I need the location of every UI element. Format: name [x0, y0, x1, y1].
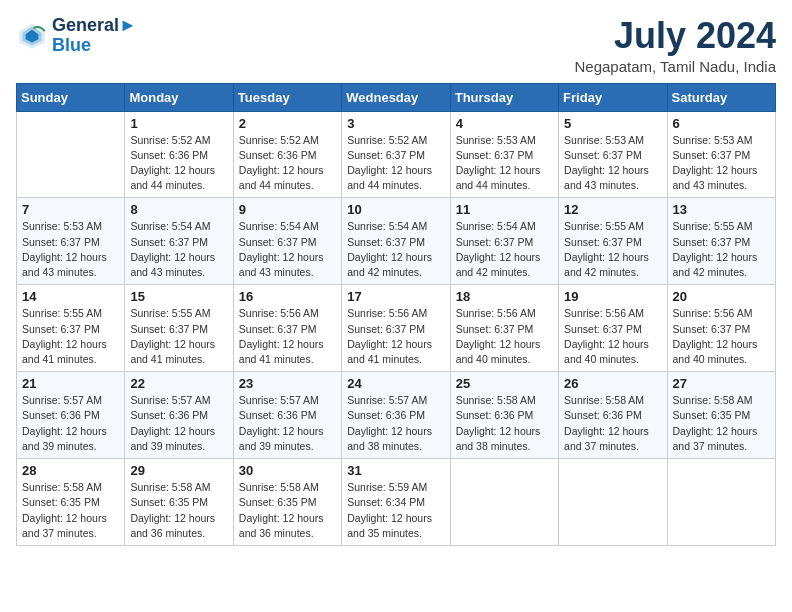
week-row-1: 1Sunrise: 5:52 AM Sunset: 6:36 PM Daylig… — [17, 111, 776, 198]
day-info: Sunrise: 5:57 AM Sunset: 6:36 PM Dayligh… — [22, 393, 119, 454]
day-info: Sunrise: 5:58 AM Sunset: 6:35 PM Dayligh… — [239, 480, 336, 541]
day-number: 13 — [673, 202, 770, 217]
calendar-cell: 3Sunrise: 5:52 AM Sunset: 6:37 PM Daylig… — [342, 111, 450, 198]
day-info: Sunrise: 5:56 AM Sunset: 6:37 PM Dayligh… — [456, 306, 553, 367]
day-number: 1 — [130, 116, 227, 131]
column-header-thursday: Thursday — [450, 83, 558, 111]
day-number: 19 — [564, 289, 661, 304]
calendar-cell: 31Sunrise: 5:59 AM Sunset: 6:34 PM Dayli… — [342, 459, 450, 546]
calendar-cell: 6Sunrise: 5:53 AM Sunset: 6:37 PM Daylig… — [667, 111, 775, 198]
day-info: Sunrise: 5:58 AM Sunset: 6:35 PM Dayligh… — [22, 480, 119, 541]
day-info: Sunrise: 5:58 AM Sunset: 6:35 PM Dayligh… — [673, 393, 770, 454]
day-info: Sunrise: 5:54 AM Sunset: 6:37 PM Dayligh… — [347, 219, 444, 280]
day-info: Sunrise: 5:58 AM Sunset: 6:35 PM Dayligh… — [130, 480, 227, 541]
day-number: 14 — [22, 289, 119, 304]
day-info: Sunrise: 5:54 AM Sunset: 6:37 PM Dayligh… — [239, 219, 336, 280]
day-info: Sunrise: 5:55 AM Sunset: 6:37 PM Dayligh… — [673, 219, 770, 280]
day-info: Sunrise: 5:53 AM Sunset: 6:37 PM Dayligh… — [22, 219, 119, 280]
calendar-cell: 21Sunrise: 5:57 AM Sunset: 6:36 PM Dayli… — [17, 372, 125, 459]
calendar-cell: 23Sunrise: 5:57 AM Sunset: 6:36 PM Dayli… — [233, 372, 341, 459]
day-info: Sunrise: 5:57 AM Sunset: 6:36 PM Dayligh… — [239, 393, 336, 454]
calendar-cell: 28Sunrise: 5:58 AM Sunset: 6:35 PM Dayli… — [17, 459, 125, 546]
day-info: Sunrise: 5:57 AM Sunset: 6:36 PM Dayligh… — [130, 393, 227, 454]
calendar-cell: 29Sunrise: 5:58 AM Sunset: 6:35 PM Dayli… — [125, 459, 233, 546]
calendar-cell — [667, 459, 775, 546]
day-number: 16 — [239, 289, 336, 304]
day-info: Sunrise: 5:56 AM Sunset: 6:37 PM Dayligh… — [564, 306, 661, 367]
day-info: Sunrise: 5:55 AM Sunset: 6:37 PM Dayligh… — [22, 306, 119, 367]
day-number: 25 — [456, 376, 553, 391]
day-info: Sunrise: 5:59 AM Sunset: 6:34 PM Dayligh… — [347, 480, 444, 541]
day-info: Sunrise: 5:56 AM Sunset: 6:37 PM Dayligh… — [347, 306, 444, 367]
column-header-tuesday: Tuesday — [233, 83, 341, 111]
column-header-saturday: Saturday — [667, 83, 775, 111]
column-header-friday: Friday — [559, 83, 667, 111]
day-number: 7 — [22, 202, 119, 217]
day-info: Sunrise: 5:54 AM Sunset: 6:37 PM Dayligh… — [130, 219, 227, 280]
day-number: 21 — [22, 376, 119, 391]
week-row-2: 7Sunrise: 5:53 AM Sunset: 6:37 PM Daylig… — [17, 198, 776, 285]
calendar-cell: 15Sunrise: 5:55 AM Sunset: 6:37 PM Dayli… — [125, 285, 233, 372]
calendar-cell: 10Sunrise: 5:54 AM Sunset: 6:37 PM Dayli… — [342, 198, 450, 285]
week-row-4: 21Sunrise: 5:57 AM Sunset: 6:36 PM Dayli… — [17, 372, 776, 459]
logo-icon — [16, 20, 48, 52]
day-number: 20 — [673, 289, 770, 304]
day-number: 26 — [564, 376, 661, 391]
day-number: 27 — [673, 376, 770, 391]
day-number: 11 — [456, 202, 553, 217]
column-header-monday: Monday — [125, 83, 233, 111]
day-info: Sunrise: 5:58 AM Sunset: 6:36 PM Dayligh… — [456, 393, 553, 454]
day-info: Sunrise: 5:54 AM Sunset: 6:37 PM Dayligh… — [456, 219, 553, 280]
day-number: 31 — [347, 463, 444, 478]
calendar-cell: 14Sunrise: 5:55 AM Sunset: 6:37 PM Dayli… — [17, 285, 125, 372]
day-number: 24 — [347, 376, 444, 391]
day-number: 15 — [130, 289, 227, 304]
calendar-cell: 26Sunrise: 5:58 AM Sunset: 6:36 PM Dayli… — [559, 372, 667, 459]
calendar-cell: 25Sunrise: 5:58 AM Sunset: 6:36 PM Dayli… — [450, 372, 558, 459]
calendar-cell: 13Sunrise: 5:55 AM Sunset: 6:37 PM Dayli… — [667, 198, 775, 285]
day-info: Sunrise: 5:55 AM Sunset: 6:37 PM Dayligh… — [130, 306, 227, 367]
day-info: Sunrise: 5:53 AM Sunset: 6:37 PM Dayligh… — [673, 133, 770, 194]
calendar-cell: 22Sunrise: 5:57 AM Sunset: 6:36 PM Dayli… — [125, 372, 233, 459]
day-info: Sunrise: 5:55 AM Sunset: 6:37 PM Dayligh… — [564, 219, 661, 280]
day-info: Sunrise: 5:58 AM Sunset: 6:36 PM Dayligh… — [564, 393, 661, 454]
day-number: 22 — [130, 376, 227, 391]
logo-text: General► Blue — [52, 16, 137, 56]
calendar-cell: 24Sunrise: 5:57 AM Sunset: 6:36 PM Dayli… — [342, 372, 450, 459]
day-info: Sunrise: 5:52 AM Sunset: 6:36 PM Dayligh… — [130, 133, 227, 194]
day-info: Sunrise: 5:56 AM Sunset: 6:37 PM Dayligh… — [239, 306, 336, 367]
calendar-header-row: SundayMondayTuesdayWednesdayThursdayFrid… — [17, 83, 776, 111]
day-info: Sunrise: 5:52 AM Sunset: 6:36 PM Dayligh… — [239, 133, 336, 194]
week-row-5: 28Sunrise: 5:58 AM Sunset: 6:35 PM Dayli… — [17, 459, 776, 546]
column-header-wednesday: Wednesday — [342, 83, 450, 111]
week-row-3: 14Sunrise: 5:55 AM Sunset: 6:37 PM Dayli… — [17, 285, 776, 372]
day-info: Sunrise: 5:52 AM Sunset: 6:37 PM Dayligh… — [347, 133, 444, 194]
day-number: 28 — [22, 463, 119, 478]
day-info: Sunrise: 5:56 AM Sunset: 6:37 PM Dayligh… — [673, 306, 770, 367]
day-number: 10 — [347, 202, 444, 217]
day-number: 9 — [239, 202, 336, 217]
day-info: Sunrise: 5:53 AM Sunset: 6:37 PM Dayligh… — [456, 133, 553, 194]
day-info: Sunrise: 5:57 AM Sunset: 6:36 PM Dayligh… — [347, 393, 444, 454]
day-number: 17 — [347, 289, 444, 304]
calendar-cell: 12Sunrise: 5:55 AM Sunset: 6:37 PM Dayli… — [559, 198, 667, 285]
day-number: 30 — [239, 463, 336, 478]
day-number: 29 — [130, 463, 227, 478]
calendar-cell: 17Sunrise: 5:56 AM Sunset: 6:37 PM Dayli… — [342, 285, 450, 372]
calendar-cell: 30Sunrise: 5:58 AM Sunset: 6:35 PM Dayli… — [233, 459, 341, 546]
day-number: 18 — [456, 289, 553, 304]
calendar-cell: 20Sunrise: 5:56 AM Sunset: 6:37 PM Dayli… — [667, 285, 775, 372]
calendar-cell — [559, 459, 667, 546]
calendar-cell: 1Sunrise: 5:52 AM Sunset: 6:36 PM Daylig… — [125, 111, 233, 198]
logo: General► Blue — [16, 16, 137, 56]
day-number: 2 — [239, 116, 336, 131]
calendar-cell — [17, 111, 125, 198]
calendar-cell: 18Sunrise: 5:56 AM Sunset: 6:37 PM Dayli… — [450, 285, 558, 372]
calendar-cell: 27Sunrise: 5:58 AM Sunset: 6:35 PM Dayli… — [667, 372, 775, 459]
page-header: General► Blue July 2024 Negapatam, Tamil… — [16, 16, 776, 75]
calendar-cell: 9Sunrise: 5:54 AM Sunset: 6:37 PM Daylig… — [233, 198, 341, 285]
calendar-cell: 7Sunrise: 5:53 AM Sunset: 6:37 PM Daylig… — [17, 198, 125, 285]
day-number: 23 — [239, 376, 336, 391]
day-info: Sunrise: 5:53 AM Sunset: 6:37 PM Dayligh… — [564, 133, 661, 194]
day-number: 4 — [456, 116, 553, 131]
